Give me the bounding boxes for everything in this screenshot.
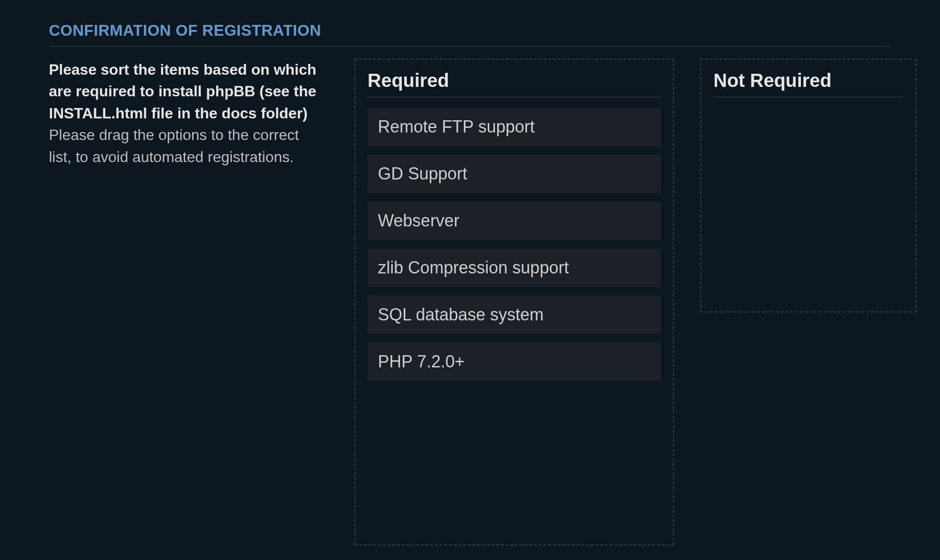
required-title: Required [368,70,661,97]
section-title: CONFIRMATION OF REGISTRATION [49,22,891,47]
not-required-title: Not Required [713,70,903,97]
sortable-item[interactable]: GD Support [368,155,661,193]
not-required-dropzone[interactable]: Not Required [700,59,916,312]
instructions-normal: Please drag the options to the correct l… [49,126,299,165]
sortable-area: Required Remote FTP support GD Support W… [354,59,916,545]
sortable-item[interactable]: PHP 7.2.0+ [368,342,661,381]
required-items: Remote FTP support GD Support Webserver … [368,108,661,381]
sortable-item[interactable]: zlib Compression support [368,249,661,287]
sortable-item[interactable]: SQL database system [368,296,661,334]
instructions: Please sort the items based on which are… [49,59,317,545]
instructions-bold: Please sort the items based on which are… [49,61,316,122]
content-columns: Please sort the items based on which are… [49,59,891,545]
sortable-item[interactable]: Remote FTP support [368,108,661,146]
sortable-item[interactable]: Webserver [368,202,661,240]
required-dropzone[interactable]: Required Remote FTP support GD Support W… [354,59,674,545]
